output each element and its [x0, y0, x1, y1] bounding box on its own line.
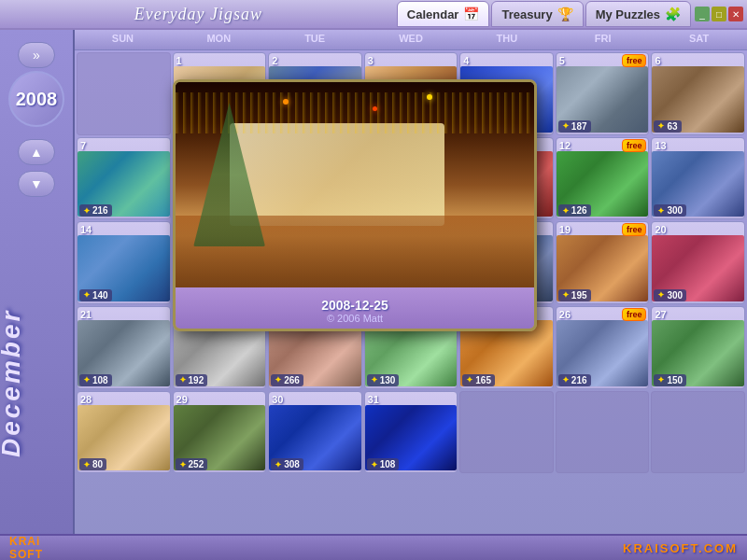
cell-day-number: 26 [559, 309, 571, 320]
cal-cell[interactable]: 29✦252 [173, 391, 267, 474]
cell-day-number: 19 [559, 224, 571, 235]
cal-cell[interactable]: 27✦150 [651, 306, 745, 389]
cell-score: ✦80 [79, 458, 106, 470]
cell-score: ✦300 [654, 289, 686, 301]
popup-info: 2008-12-25 © 2006 Matt [176, 287, 534, 331]
star-icon: ✦ [466, 375, 473, 385]
cell-day-number: 1 [176, 55, 182, 66]
day-header-fri: FRI [555, 30, 651, 49]
cal-cell[interactable]: 5free✦187 [556, 52, 650, 135]
up-nav-arrow[interactable]: ▲ [18, 139, 55, 165]
popup-date: 2008-12-25 [321, 298, 388, 313]
cal-cell[interactable]: 12free✦126 [556, 137, 650, 220]
cell-day-number: 31 [368, 394, 379, 405]
footer-ai: Ai [27, 535, 40, 548]
star-icon: ✦ [179, 460, 187, 469]
cal-cell[interactable]: 19free✦195 [556, 221, 650, 304]
maximize-button[interactable]: □ [712, 7, 726, 21]
cell-score: ✦252 [176, 458, 208, 470]
star-icon: ✦ [83, 206, 91, 216]
close-button[interactable]: ✕ [728, 7, 743, 21]
cell-day-number: 5 [559, 55, 565, 66]
day-header-sat: SAT [651, 30, 747, 49]
forward-nav-arrow[interactable]: » [18, 42, 55, 68]
star-icon: ✦ [562, 290, 570, 300]
cal-cell[interactable]: 26free✦216 [556, 306, 650, 389]
tab-calendar-label: Calendar [407, 7, 459, 21]
cell-score: ✦108 [79, 374, 112, 386]
cell-day-number: 6 [655, 55, 660, 66]
year-display: 2008 [8, 71, 64, 127]
puzzle-icon: 🧩 [665, 7, 681, 21]
cal-cell[interactable]: 31✦108 [364, 391, 458, 474]
cell-day-number: 13 [655, 140, 666, 151]
month-label: December [0, 205, 22, 560]
tab-calendar[interactable]: Calendar 📅 [397, 1, 490, 27]
cell-score: ✦108 [367, 458, 400, 470]
day-header-thu: THU [458, 30, 555, 49]
cell-day-number: 7 [80, 140, 86, 151]
cell-day-number: 27 [655, 309, 666, 320]
cell-day-number: 20 [655, 224, 666, 235]
cell-day-number: 2 [272, 55, 277, 66]
cell-score: ✦140 [79, 289, 112, 301]
star-icon: ✦ [371, 375, 378, 385]
cell-day-number: 29 [176, 394, 188, 405]
star-icon: ✦ [562, 121, 570, 131]
tab-my-puzzles[interactable]: My Puzzles 🧩 [585, 1, 691, 27]
tab-treasury[interactable]: Treasury 🏆 [491, 1, 583, 27]
day-header-tue: TUE [267, 30, 363, 49]
cal-cell[interactable]: 14✦140 [77, 221, 171, 304]
star-icon: ✦ [657, 375, 665, 385]
sidebar: » 2008 ▲ ▼ December [0, 30, 75, 560]
trophy-icon: 🏆 [557, 7, 573, 21]
cal-cell[interactable]: 28✦80 [77, 391, 171, 474]
cal-cell [651, 391, 745, 474]
cell-score: ✦216 [79, 204, 112, 217]
cell-day-number: 4 [463, 55, 469, 66]
app-title: Everyday Jigsaw [0, 5, 397, 24]
star-icon: ✦ [275, 375, 282, 385]
star-icon: ✦ [657, 121, 665, 131]
cell-score: ✦308 [271, 458, 303, 470]
cell-day-number: 28 [80, 394, 92, 405]
cal-cell[interactable]: 6✦63 [651, 52, 745, 135]
cell-score: ✦266 [271, 374, 303, 386]
cell-score: ✦165 [462, 374, 495, 386]
footer: KRAi SOFT KRAISOFT.COM [0, 534, 747, 560]
cell-day-number: 21 [80, 309, 92, 320]
cell-score: ✦63 [654, 120, 681, 133]
footer-logo-right: KRAISOFT.COM [623, 541, 738, 555]
cal-cell[interactable]: 21✦108 [77, 306, 171, 389]
cal-cell[interactable]: 7✦216 [77, 137, 171, 220]
star-icon: ✦ [657, 206, 665, 216]
popup-copyright: © 2006 Matt [327, 313, 383, 324]
cell-score: ✦300 [654, 204, 686, 217]
cell-score: ✦130 [367, 374, 400, 386]
puzzle-popup[interactable]: 2008-12-25 © 2006 Matt [173, 79, 537, 331]
footer-kraisoft: KRAISOFT.COM [623, 541, 738, 555]
free-badge: free [622, 223, 647, 236]
cal-cell [77, 52, 171, 135]
free-badge: free [622, 139, 647, 152]
day-headers: SUNMONTUEWEDTHUFRISAT [75, 30, 747, 50]
cell-score: ✦216 [558, 374, 591, 386]
star-icon: ✦ [83, 290, 91, 300]
window-controls: _ □ ✕ [693, 7, 743, 21]
day-header-wed: WED [363, 30, 459, 49]
cell-day-number: 12 [559, 140, 571, 151]
app-header: Everyday Jigsaw Calendar 📅 Treasury 🏆 My… [0, 0, 747, 30]
free-badge: free [622, 308, 647, 321]
star-icon: ✦ [275, 460, 282, 469]
cal-cell[interactable]: 20✦300 [651, 221, 745, 304]
cell-score: ✦192 [176, 374, 208, 386]
cal-cell [459, 391, 554, 474]
star-icon: ✦ [562, 375, 570, 385]
tab-treasury-label: Treasury [501, 7, 552, 21]
cal-cell[interactable]: 30✦308 [268, 391, 362, 474]
cal-cell[interactable]: 13✦300 [651, 137, 745, 220]
star-icon: ✦ [371, 460, 378, 469]
minimize-button[interactable]: _ [695, 7, 710, 21]
footer-logo-left: KRAi SOFT [9, 535, 43, 560]
down-nav-arrow[interactable]: ▼ [18, 171, 55, 197]
